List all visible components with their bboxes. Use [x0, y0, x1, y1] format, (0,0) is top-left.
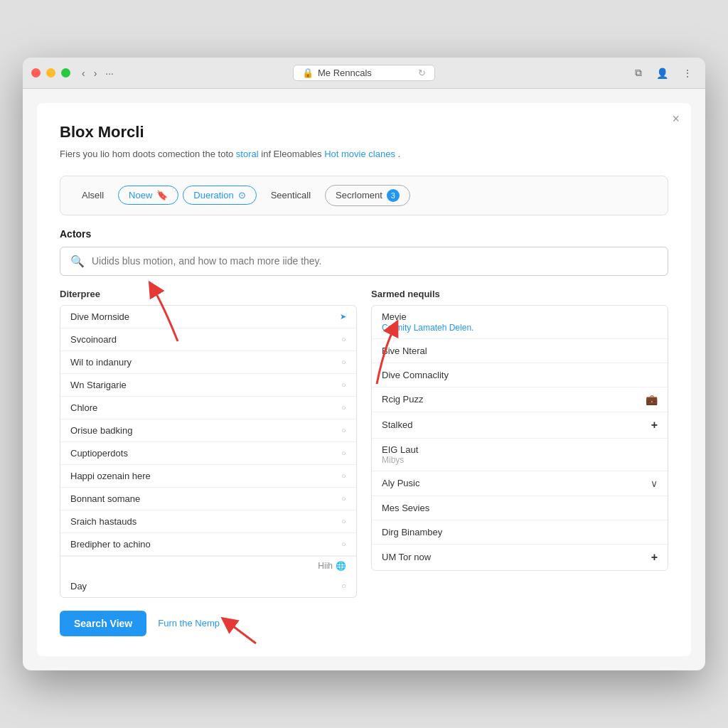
more-nav-button[interactable]: ··· [101, 65, 118, 82]
arrow-icon: ➤ [340, 312, 346, 321]
right-list-item[interactable]: Stalked + [372, 412, 668, 439]
item-text: Bredipher to achino [70, 539, 151, 550]
tab-seenticall[interactable]: Seenticall [261, 186, 321, 204]
circle-icon: ○ [341, 494, 346, 503]
tab-dueration[interactable]: Dueration ⊙ [183, 186, 256, 205]
traffic-lights [31, 68, 70, 77]
modal-close-button[interactable]: × [672, 112, 680, 127]
tab-alsell-label: Alsell [82, 190, 104, 200]
item-main: Dirg Binambey [382, 527, 442, 537]
subtitle-text: Fiers you lio hom doots comection the to… [60, 149, 233, 159]
item-text: Cuptioperdots [70, 448, 128, 459]
circle-icon: ○ [341, 540, 346, 548]
right-list-item[interactable]: UM Tor now + [372, 545, 668, 570]
tab-secrloment-badge: 3 [387, 189, 400, 202]
right-list-item[interactable]: Dive Comnaclity [372, 363, 668, 387]
day-item[interactable]: Day ○ [60, 575, 356, 597]
settings-button[interactable]: ⋮ [678, 65, 697, 82]
right-list-item[interactable]: Rcig Puzz 💼 [372, 387, 668, 412]
modal-subtitle: Fiers you lio hom doots comection the to… [60, 147, 668, 161]
actors-search-box[interactable]: 🔍 [60, 247, 668, 276]
tab-dueration-label: Dueration [193, 190, 233, 200]
item-main: Mes Sevies [382, 503, 429, 513]
footer-text: Hiih [318, 561, 333, 571]
titlebar-actions: ⧉ 👤 ⋮ [631, 64, 697, 82]
actors-search-input[interactable] [92, 255, 658, 267]
tab-alsell[interactable]: Alsell [72, 186, 114, 204]
tab-secrloment[interactable]: Secrloment 3 [325, 185, 410, 206]
list-item[interactable]: Orisue badking ○ [60, 419, 356, 442]
list-item[interactable]: Wn Starigarie ○ [60, 374, 356, 397]
main-columns: Diterpree Dive Mornside ➤ Svcoinoard ○ W… [60, 289, 668, 598]
item-text: Bonnant somane [70, 493, 140, 504]
right-list-item[interactable]: Aly Pusic ∨ [372, 471, 668, 496]
right-column: Sarmed nequils Mevie Cramity Lamateh Del… [371, 289, 668, 598]
lock-icon: 🔒 [302, 68, 314, 78]
bottom-bar: Search View Furn the Nemp [60, 611, 668, 636]
circle-icon: ○ [341, 335, 346, 343]
item-main: Rcig Puzz [382, 394, 424, 405]
maximize-button[interactable] [61, 68, 70, 77]
item-main: Dive Comnaclity [382, 370, 449, 380]
subtitle-mid: inf Eleomables [261, 149, 321, 159]
plus-icon: + [651, 551, 658, 564]
list-item[interactable]: Bonnant somane ○ [60, 488, 356, 510]
right-list-item[interactable]: EIG Laut Mibys [372, 439, 668, 471]
list-item[interactable]: Cuptioperdots ○ [60, 442, 356, 465]
profile-button[interactable]: 👤 [652, 65, 673, 82]
right-list-item[interactable]: Dirg Binambey [372, 520, 668, 545]
briefcase-icon: 💼 [646, 394, 658, 405]
day-text: Day [70, 581, 87, 592]
circle-icon: ○ [341, 426, 346, 434]
back-button[interactable]: ‹ [77, 65, 90, 82]
furn-link[interactable]: Furn the Nemp [158, 618, 220, 628]
circle-icon: ○ [341, 582, 346, 590]
item-sub: Mibys [382, 455, 658, 465]
right-list-item[interactable]: Bive Nteral [372, 339, 668, 363]
tab-seenticall-label: Seenticall [271, 190, 311, 200]
list-item[interactable]: Happi ozenain here ○ [60, 465, 356, 488]
item-main: UM Tor now [382, 552, 431, 562]
circle-icon: ○ [341, 449, 346, 457]
list-item[interactable]: Chlore ○ [60, 397, 356, 419]
search-icon: 🔍 [70, 255, 85, 268]
item-text: Wil to indanury [70, 357, 132, 368]
list-item[interactable]: Wil to indanury ○ [60, 351, 356, 374]
right-column-label: Sarmed nequils [371, 289, 668, 299]
right-list-item[interactable]: Mevie Cramity Lamateh Delen. [372, 306, 668, 339]
check-circle-icon: ⊙ [238, 190, 246, 200]
list-item[interactable]: Svcoinoard ○ [60, 328, 356, 351]
tab-noew-label: Noew [129, 190, 152, 200]
item-main: Stalked [382, 419, 412, 430]
item-main: EIG Laut [382, 444, 658, 455]
search-view-button[interactable]: Search View [60, 611, 146, 636]
item-text: Wn Starigarie [70, 380, 127, 390]
titlebar: ‹ › ··· 🔒 Me Renncals ↻ ⧉ 👤 ⋮ [23, 58, 705, 89]
address-bar[interactable]: 🔒 Me Renncals ↻ [293, 65, 435, 81]
list-item[interactable]: Sraich hastauds ○ [60, 510, 356, 533]
forward-button[interactable]: › [90, 65, 102, 82]
item-text: Orisue badking [70, 425, 132, 436]
item-text: Happi ozenain here [70, 471, 151, 481]
extension-button[interactable]: ⧉ [631, 64, 646, 82]
subtitle-end: . [398, 149, 401, 159]
subtitle-link2[interactable]: Hot movie clanes [324, 149, 395, 159]
bookmark-icon: 🔖 [156, 190, 168, 200]
minimize-button[interactable] [46, 68, 55, 77]
list-footer: Hiih 🌐 [60, 556, 356, 575]
reload-icon: ↻ [418, 68, 426, 78]
list-item[interactable]: Dive Mornside ➤ [60, 306, 356, 328]
list-item[interactable]: Bredipher to achino ○ [60, 533, 356, 556]
right-list-item[interactable]: Mes Sevies [372, 496, 668, 520]
item-main: Aly Pusic [382, 478, 419, 488]
app-window: ‹ › ··· 🔒 Me Renncals ↻ ⧉ 👤 ⋮ × Blox Mor… [23, 58, 705, 670]
circle-icon: ○ [341, 380, 346, 389]
item-text: Dive Mornside [70, 311, 129, 322]
item-text: Sraich hastauds [70, 516, 136, 527]
right-list: Mevie Cramity Lamateh Delen. Bive Nteral… [371, 305, 668, 571]
subtitle-link1[interactable]: storal [236, 149, 259, 159]
tab-noew[interactable]: Noew 🔖 [118, 186, 178, 205]
circle-icon: ○ [341, 403, 346, 412]
url-text: Me Renncals [318, 68, 372, 78]
close-button[interactable] [31, 68, 41, 77]
